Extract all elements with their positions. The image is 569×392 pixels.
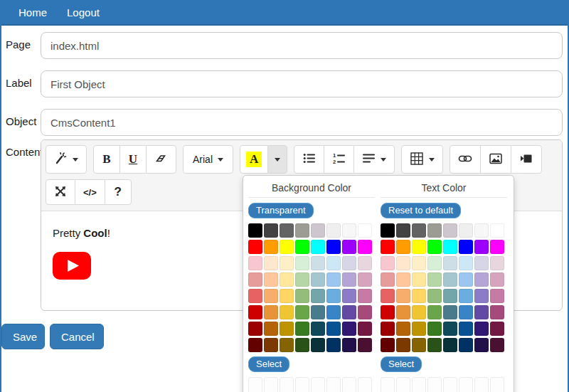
color-swatch[interactable] [295,240,309,254]
color-dropdown-toggle[interactable] [267,145,287,174]
color-swatch[interactable] [295,338,309,352]
label-input[interactable] [41,70,563,97]
color-swatch[interactable] [358,240,372,254]
custom-color-slot[interactable] [248,377,262,392]
color-swatch[interactable] [412,289,426,303]
color-swatch[interactable] [358,305,372,319]
color-swatch[interactable] [474,240,489,254]
custom-color-slot[interactable] [358,377,372,392]
custom-color-slot[interactable] [326,377,341,392]
youtube-icon[interactable] [53,252,91,282]
color-swatch[interactable] [490,223,504,238]
color-swatch[interactable] [474,289,489,303]
color-swatch[interactable] [311,289,325,303]
color-swatch[interactable] [474,322,489,336]
color-swatch[interactable] [264,272,278,287]
custom-color-slot[interactable] [264,377,278,392]
unordered-list-button[interactable] [294,145,324,174]
color-swatch[interactable] [280,322,294,336]
color-swatch[interactable] [474,272,489,287]
color-swatch[interactable] [443,338,457,352]
color-swatch[interactable] [412,256,426,270]
color-swatch[interactable] [326,289,341,303]
color-swatch[interactable] [248,289,262,303]
custom-color-slot[interactable] [295,377,309,392]
color-swatch[interactable] [342,272,356,287]
color-swatch[interactable] [248,256,262,270]
color-swatch[interactable] [443,240,457,254]
color-swatch[interactable] [490,240,504,254]
color-swatch[interactable] [248,240,262,254]
color-swatch[interactable] [381,256,395,270]
color-swatch[interactable] [248,338,262,352]
color-swatch[interactable] [264,240,278,254]
color-swatch[interactable] [295,305,309,319]
color-swatch[interactable] [381,322,395,336]
color-swatch[interactable] [264,338,278,352]
custom-color-slot[interactable] [342,377,356,392]
color-swatch[interactable] [342,223,356,238]
color-swatch[interactable] [311,305,325,319]
color-swatch[interactable] [280,223,294,238]
color-swatch[interactable] [490,289,504,303]
color-swatch[interactable] [358,289,372,303]
color-swatch[interactable] [459,272,473,287]
color-swatch[interactable] [427,289,442,303]
color-swatch[interactable] [248,305,262,319]
color-swatch[interactable] [443,289,457,303]
color-swatch[interactable] [295,322,309,336]
color-swatch[interactable] [264,289,278,303]
custom-color-slot[interactable] [381,377,395,392]
color-swatch[interactable] [396,322,410,336]
color-swatch[interactable] [326,322,341,336]
color-swatch[interactable] [311,240,325,254]
color-swatch[interactable] [459,338,473,352]
picture-button[interactable] [480,145,511,174]
color-swatch[interactable] [490,305,504,319]
page-input[interactable] [41,32,563,59]
codeview-button[interactable]: </> [75,179,105,205]
color-swatch[interactable] [280,256,294,270]
color-swatch[interactable] [427,272,442,287]
color-swatch[interactable] [427,338,442,352]
nav-item-home[interactable]: Home [9,0,57,24]
paragraph-button[interactable] [353,145,395,174]
color-swatch[interactable] [443,223,457,238]
color-swatch[interactable] [311,338,325,352]
color-swatch[interactable] [311,256,325,270]
color-swatch[interactable] [295,223,309,238]
custom-color-slot[interactable] [490,377,504,392]
color-swatch[interactable] [295,289,309,303]
color-swatch[interactable] [427,240,442,254]
color-swatch[interactable] [326,223,341,238]
color-swatch[interactable] [381,305,395,319]
color-swatch[interactable] [427,256,442,270]
color-swatch[interactable] [474,338,489,352]
color-swatch[interactable] [396,256,410,270]
color-swatch[interactable] [248,223,262,238]
color-swatch[interactable] [358,256,372,270]
color-swatch[interactable] [490,322,504,336]
color-swatch[interactable] [459,256,473,270]
color-swatch[interactable] [443,322,457,336]
color-swatch[interactable] [396,338,410,352]
color-swatch[interactable] [311,223,325,238]
link-button[interactable] [450,145,481,174]
color-swatch[interactable] [358,272,372,287]
video-button[interactable] [511,145,542,174]
custom-color-slot[interactable] [427,377,442,392]
color-swatch[interactable] [342,256,356,270]
color-swatch[interactable] [381,272,395,287]
color-swatch[interactable] [381,223,395,238]
custom-color-slot[interactable] [280,377,294,392]
color-swatch[interactable] [427,223,442,238]
underline-button[interactable]: U [119,145,147,174]
text-select-button[interactable]: Select [381,356,422,372]
color-swatch[interactable] [326,338,341,352]
color-swatch[interactable] [412,338,426,352]
color-swatch[interactable] [443,272,457,287]
color-swatch[interactable] [396,240,410,254]
reset-to-default-button[interactable]: Reset to default [381,203,461,218]
color-swatch[interactable] [459,305,473,319]
color-swatch[interactable] [295,272,309,287]
